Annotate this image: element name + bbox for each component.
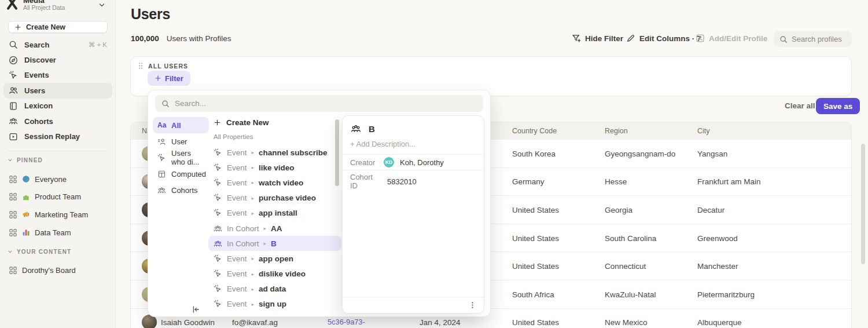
creator-name: Koh, Dorothy <box>400 158 444 167</box>
add-description-button[interactable]: + Add Description... <box>343 137 484 154</box>
hide-filter-button[interactable]: Hide Filter <box>572 34 623 43</box>
sidebar-item-cohorts[interactable]: Cohorts <box>3 114 112 129</box>
board-grid-icon <box>9 210 17 219</box>
clear-all-button[interactable]: Clear all <box>785 101 815 110</box>
cell-region: New Mexico <box>605 318 648 327</box>
event-spark-icon <box>214 285 222 293</box>
cell-region: Connecticut <box>605 262 646 271</box>
edit-columns-button[interactable]: Edit Columns · 7 <box>626 34 701 43</box>
board-item-label: Dorothy's Board <box>22 266 76 275</box>
property-item-event[interactable]: Event ▸ channel subscribe <box>208 145 341 160</box>
profile-count-value: 100,000 <box>131 34 159 43</box>
item-label: like video <box>259 163 295 172</box>
category-cohorts[interactable]: Cohorts <box>153 182 209 198</box>
event-spark-icon <box>214 269 222 278</box>
search-shortcut: ⌘ + K <box>89 41 107 49</box>
save-as-button[interactable]: Save as <box>816 98 860 114</box>
pinned-section-header[interactable]: PINNED <box>0 157 116 163</box>
search-profiles-input[interactable] <box>792 35 849 43</box>
property-item-event[interactable]: Event ▸ ad data <box>208 282 341 297</box>
cohort-group-icon <box>351 123 361 134</box>
property-item-cohort-b-selected[interactable]: In Cohort ▸ B <box>208 236 341 251</box>
caret-right-icon: ▸ <box>252 195 255 201</box>
chevron-down-icon <box>8 158 13 163</box>
your-content-section-header[interactable]: YOUR CONTENT <box>0 249 116 255</box>
dropdown-scrollbar[interactable] <box>335 119 339 186</box>
megaphone-icon <box>22 210 30 218</box>
create-new-property-button[interactable]: Create New <box>208 115 341 130</box>
property-item-event[interactable]: Event ▸ like video <box>208 160 341 175</box>
compass-icon <box>9 56 18 65</box>
cell-country: United States <box>512 205 559 214</box>
pinned-item-product-team[interactable]: Product Team <box>0 188 116 206</box>
item-prefix: Event <box>227 178 247 187</box>
search-profiles-box[interactable] <box>774 31 852 47</box>
profile-card-icon <box>696 34 705 43</box>
property-item-event[interactable]: Event ▸ sign up <box>208 297 341 312</box>
property-item-cohort[interactable]: In Cohort ▸ AA <box>208 221 341 236</box>
caret-right-icon: ▸ <box>252 286 255 292</box>
chevron-down-icon[interactable] <box>98 2 105 9</box>
caret-right-icon: ▸ <box>264 225 267 231</box>
category-user[interactable]: User <box>153 133 209 150</box>
sidebar-item-discover[interactable]: Discover <box>3 52 112 67</box>
column-header-region[interactable]: Region <box>605 122 628 140</box>
event-spark-icon <box>214 163 222 172</box>
property-item-event[interactable]: Event ▸ app open <box>208 251 341 266</box>
pinned-item-data-team[interactable]: Data Team <box>0 224 116 242</box>
pinned-item-marketing-team[interactable]: Marketing Team <box>0 206 116 224</box>
category-computed[interactable]: Computed <box>153 166 209 182</box>
board-grid-icon <box>9 175 17 184</box>
sidebar-item-label: Lexicon <box>24 101 53 110</box>
property-item-event[interactable]: Event ▸ watch video <box>208 175 341 190</box>
pinned-header-label: PINNED <box>17 157 43 163</box>
category-all[interactable]: Aa All <box>153 117 209 133</box>
item-label: app install <box>259 209 297 217</box>
drag-handle-icon[interactable] <box>138 62 144 70</box>
sidebar-item-session-replay[interactable]: Session Replay <box>3 129 112 144</box>
board-grid-icon <box>9 192 17 201</box>
caret-right-icon: ▸ <box>264 240 267 246</box>
filter-property-dropdown: Aa All User Users who di... Computed Coh… <box>148 90 491 317</box>
add-edit-profile-label: Add/Edit Profile <box>709 34 767 43</box>
item-label: channel subscribe <box>259 148 328 157</box>
add-filter-button[interactable]: Filter <box>148 71 190 86</box>
caret-right-icon: ▸ <box>252 256 255 261</box>
cell-city: Greenwood <box>697 234 738 242</box>
item-prefix: Event <box>227 254 247 263</box>
board-item-dorothys-board[interactable]: Dorothy's Board <box>0 261 116 279</box>
table-scrollbar[interactable] <box>861 144 865 264</box>
bar-chart-icon <box>22 228 30 236</box>
cell-country: United States <box>512 262 559 271</box>
add-filter-label: Filter <box>165 74 183 83</box>
item-prefix: Event <box>227 163 247 172</box>
dropdown-search-input[interactable] <box>175 99 477 108</box>
pinned-item-everyone[interactable]: Everyone <box>0 170 116 188</box>
item-prefix: Event <box>227 300 247 308</box>
item-label: ad data <box>259 285 286 293</box>
edit-columns-label: Edit Columns · 7 <box>639 34 701 43</box>
cell-region: Gyeongsangnam-do <box>605 149 675 158</box>
puzzle-icon <box>22 193 30 201</box>
cohort-id-row: Cohort ID 5832010 <box>343 170 484 192</box>
add-edit-profile-button[interactable]: Add/Edit Profile <box>696 34 767 43</box>
sidebar-item-lexicon[interactable]: Lexicon <box>3 99 112 114</box>
collapse-panel-icon[interactable] <box>191 305 200 314</box>
property-item-event[interactable]: Event ▸ purchase video <box>208 191 341 206</box>
column-header-country[interactable]: Country Code <box>512 122 557 140</box>
pinned-list: Everyone Product Team Marketing Team Dat… <box>0 170 116 241</box>
property-item-event[interactable]: Event ▸ app install <box>208 206 341 221</box>
category-users-who-did[interactable]: Users who di... <box>153 150 209 166</box>
dropdown-search-box[interactable] <box>155 95 483 112</box>
sidebar-item-users[interactable]: Users <box>3 83 112 98</box>
column-header-city[interactable]: City <box>697 122 710 140</box>
sidebar-item-events[interactable]: Events <box>3 68 112 83</box>
creator-avatar: KD <box>384 157 394 167</box>
sidebar-item-search[interactable]: Search ⌘ + K <box>3 37 112 52</box>
people-icon <box>9 86 18 95</box>
property-item-event[interactable]: Event ▸ dislike video <box>208 267 341 282</box>
create-new-button[interactable]: Create New <box>8 21 108 33</box>
cohort-details-popover: B + Add Description... Creator KD Koh, D… <box>342 115 484 314</box>
kebab-menu-icon[interactable] <box>468 301 477 309</box>
item-label: B <box>271 239 277 248</box>
